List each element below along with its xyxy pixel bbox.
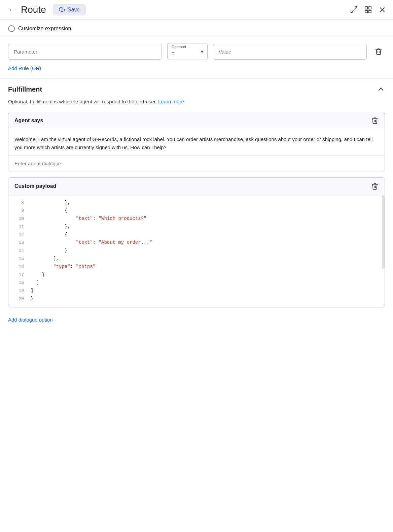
learn-more-link[interactable]: Learn more — [158, 99, 184, 104]
rule-row: Operand = ▾ — [0, 36, 393, 63]
fullscreen-icon — [350, 6, 358, 14]
svg-rect-6 — [369, 10, 371, 13]
custom-payload-card: Custom payload 8 }, 9 { — [8, 177, 385, 307]
operand-select[interactable]: Operand = ▾ — [167, 43, 208, 60]
add-rule-button[interactable]: Add Rule (OR) — [8, 65, 41, 71]
close-icon — [378, 6, 386, 14]
chevron-up-icon — [377, 85, 385, 93]
customize-expression-label: Customize expression — [18, 26, 71, 32]
code-line-10: 10 "text": "Which products?" — [8, 215, 385, 223]
agent-says-card: Agent says Welcome, I am the virtual age… — [8, 112, 385, 171]
svg-rect-5 — [365, 10, 367, 13]
delete-payload-button[interactable] — [371, 182, 379, 190]
back-button[interactable]: ← — [7, 4, 17, 15]
back-arrow-icon: ← — [8, 5, 15, 14]
agent-says-title: Agent says — [14, 118, 43, 124]
grid-button[interactable] — [364, 6, 372, 14]
fullscreen-button[interactable] — [350, 6, 358, 14]
code-editor[interactable]: 8 }, 9 { 10 "text": "Which products?" 11… — [8, 195, 385, 307]
fulfillment-header: Fulfillment — [0, 78, 393, 98]
save-label: Save — [68, 7, 80, 13]
fulfillment-desc-text: Optional. Fulfillment is what the agent … — [8, 99, 157, 104]
agent-dialogue-input[interactable] — [8, 156, 385, 171]
svg-rect-3 — [365, 7, 367, 9]
operand-label: Operand — [172, 45, 186, 49]
close-button[interactable] — [378, 6, 386, 14]
customize-expression-row: Customize expression — [0, 20, 393, 36]
code-line-20: 20 } — [8, 295, 385, 303]
code-line-19: 19 ] — [8, 287, 385, 295]
save-button[interactable]: Save — [53, 4, 86, 15]
delete-agent-says-button[interactable] — [371, 117, 379, 124]
code-line-8: 8 }, — [8, 199, 385, 207]
code-line-13: 13 "text": "About my order..." — [8, 239, 385, 247]
save-icon — [59, 7, 65, 13]
grid-icon — [364, 6, 372, 14]
fulfillment-section: Fulfillment Optional. Fulfillment is wha… — [0, 78, 393, 331]
add-dialogue-row: Add dialogue option — [0, 313, 393, 331]
fulfillment-title: Fulfillment — [8, 86, 42, 93]
parameter-input[interactable] — [8, 44, 162, 60]
delete-rule-button[interactable] — [372, 46, 385, 57]
code-line-9: 9 { — [8, 207, 385, 215]
value-input[interactable] — [213, 44, 367, 60]
trash-icon — [371, 117, 379, 124]
chevron-down-icon: ▾ — [201, 49, 203, 54]
code-line-14: 14 } — [8, 247, 385, 255]
collapse-button[interactable] — [377, 85, 385, 93]
svg-line-1 — [355, 7, 357, 9]
trash-icon — [371, 182, 379, 190]
custom-payload-title: Custom payload — [14, 183, 56, 189]
trash-icon — [375, 48, 382, 55]
code-line-17: 17 } — [8, 271, 385, 279]
add-dialogue-button[interactable]: Add dialogue option — [8, 317, 53, 323]
svg-rect-4 — [369, 7, 371, 9]
header: ← Route Save — [0, 0, 393, 20]
fulfillment-description: Optional. Fulfillment is what the agent … — [0, 98, 393, 112]
code-line-12: 12 { — [8, 231, 385, 239]
code-line-18: 18 ] — [8, 279, 385, 287]
agent-says-header: Agent says — [8, 112, 385, 129]
agent-says-text: Welcome, I am the virtual agent of G-Rec… — [8, 129, 385, 156]
code-line-11: 11 }, — [8, 223, 385, 231]
header-actions — [350, 6, 386, 14]
code-line-15: 15 ], — [8, 255, 385, 263]
code-line-16: 16 "type": "chips" — [8, 263, 385, 271]
svg-line-2 — [351, 10, 353, 13]
custom-payload-header: Custom payload — [8, 178, 385, 195]
customize-expression-radio[interactable] — [8, 25, 15, 32]
add-rule-row: Add Rule (OR) — [0, 63, 393, 78]
page-title: Route — [21, 4, 46, 15]
